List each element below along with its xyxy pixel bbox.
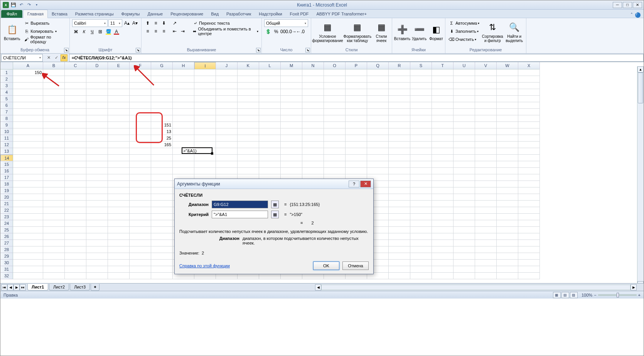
scroll-left-button[interactable]: ◀: [315, 284, 321, 290]
close-button[interactable]: ✕: [633, 2, 642, 8]
criteria-input[interactable]: ">"&A1: [212, 211, 268, 218]
row-header-6[interactable]: 6: [0, 102, 13, 109]
row-header-11[interactable]: 11: [0, 135, 13, 142]
delete-cells-button[interactable]: ➖Удалить: [411, 19, 427, 45]
fill-color-button[interactable]: 🪣: [105, 28, 112, 35]
range-ref-button[interactable]: ▦: [271, 201, 279, 208]
tab-review[interactable]: Рецензирование: [167, 10, 207, 18]
cell-G10[interactable]: 13: [151, 128, 173, 135]
help-link[interactable]: Справка по этой функции: [179, 263, 230, 268]
column-header-H[interactable]: H: [173, 62, 194, 69]
font-launcher[interactable]: ⬊: [136, 48, 140, 52]
row-header-27[interactable]: 27: [0, 240, 13, 246]
tab-developer[interactable]: Разработчик: [223, 10, 255, 18]
ribbon-minimize-icon[interactable]: ˄: [631, 12, 633, 18]
undo-icon[interactable]: ↶: [18, 2, 24, 8]
row-header-2[interactable]: 2: [0, 76, 13, 83]
row-header-30[interactable]: 30: [0, 260, 13, 266]
currency-button[interactable]: 💲: [264, 28, 272, 35]
row-header-22[interactable]: 22: [0, 207, 13, 214]
format-cells-button[interactable]: ◧Формат: [428, 19, 444, 45]
row-header-3[interactable]: 3: [0, 83, 13, 89]
sheet-tab-3[interactable]: Лист3: [70, 284, 90, 290]
scroll-thumb[interactable]: [638, 73, 643, 103]
name-box[interactable]: СЧЁТЕСЛИ▾: [1, 54, 43, 62]
row-header-26[interactable]: 26: [0, 233, 13, 240]
clear-button[interactable]: ⌫Очистить▾: [448, 35, 480, 43]
column-header-Q[interactable]: Q: [367, 62, 389, 69]
fill-handle[interactable]: [211, 152, 213, 155]
align-top-button[interactable]: ⬆: [144, 19, 152, 27]
align-left-button[interactable]: ≡: [144, 27, 152, 35]
column-header-S[interactable]: S: [410, 62, 432, 69]
row-header-20[interactable]: 20: [0, 194, 13, 201]
column-header-G[interactable]: G: [151, 62, 173, 69]
shrink-font-button[interactable]: A▾: [131, 19, 139, 27]
column-header-T[interactable]: T: [432, 62, 453, 69]
percent-button[interactable]: %: [272, 28, 280, 35]
column-header-M[interactable]: M: [281, 62, 302, 69]
view-normal-button[interactable]: ▦: [553, 292, 561, 298]
row-header-9[interactable]: 9: [0, 122, 13, 128]
cell-G12[interactable]: 165: [151, 142, 173, 148]
align-right-button[interactable]: ≡: [160, 27, 168, 35]
view-layout-button[interactable]: ▤: [561, 292, 569, 298]
sheet-nav-prev[interactable]: ◀: [7, 284, 13, 290]
cell-G9[interactable]: 151: [151, 122, 173, 128]
column-header-J[interactable]: J: [216, 62, 238, 69]
row-header-5[interactable]: 5: [0, 96, 13, 102]
align-bottom-button[interactable]: ⬇: [160, 19, 168, 27]
dialog-help-button[interactable]: ?: [349, 181, 359, 187]
column-header-N[interactable]: N: [302, 62, 324, 69]
decrease-decimal-button[interactable]: ←.0: [297, 28, 304, 35]
horizontal-scrollbar[interactable]: ◀ ▶: [315, 284, 637, 290]
format-table-button[interactable]: ▦Форматировать как таблицу: [343, 19, 372, 45]
row-header-32[interactable]: 32: [0, 273, 13, 279]
row-header-13[interactable]: 13: [0, 148, 13, 155]
orientation-button[interactable]: ↗: [171, 19, 179, 27]
dialog-close-button[interactable]: ✕: [360, 181, 371, 187]
find-select-button[interactable]: 🔍Найти и выделить: [505, 19, 524, 45]
row-header-16[interactable]: 16: [0, 168, 13, 174]
sheet-nav-next[interactable]: ▶: [13, 284, 20, 290]
tab-home[interactable]: Главная: [23, 10, 48, 18]
row-header-28[interactable]: 28: [0, 246, 13, 253]
sheet-tab-new[interactable]: ✦: [91, 284, 99, 291]
tab-data[interactable]: Данные: [143, 10, 167, 18]
column-header-A[interactable]: A: [13, 62, 43, 69]
column-header-P[interactable]: P: [346, 62, 367, 69]
paste-button[interactable]: 📋 Вставить: [3, 19, 21, 45]
number-launcher[interactable]: ⬊: [305, 48, 310, 52]
column-header-O[interactable]: O: [324, 62, 346, 69]
tab-insert[interactable]: Вставка: [48, 10, 71, 18]
select-all-corner[interactable]: [0, 62, 13, 69]
zoom-level[interactable]: 100%: [582, 293, 592, 297]
maximize-button[interactable]: □: [623, 2, 632, 8]
zoom-slider[interactable]: [598, 294, 637, 296]
vertical-scrollbar[interactable]: ▲ ▼: [637, 66, 644, 287]
format-painter-button[interactable]: 🖌Формат по образцу: [23, 35, 67, 43]
conditional-format-button[interactable]: ▦Условное форматирование: [314, 19, 342, 45]
cell-styles-button[interactable]: ▦Стили ячеек: [373, 19, 389, 45]
cell-G11[interactable]: 25: [151, 135, 173, 142]
column-header-V[interactable]: V: [475, 62, 497, 69]
row-header-12[interactable]: 12: [0, 142, 13, 148]
view-pagebreak-button[interactable]: ▧: [570, 292, 578, 298]
column-header-R[interactable]: R: [389, 62, 410, 69]
align-center-button[interactable]: ≡: [152, 27, 160, 35]
underline-button[interactable]: Ч: [88, 28, 96, 35]
column-header-F[interactable]: F: [130, 62, 151, 69]
sheet-tab-2[interactable]: Лист2: [49, 284, 69, 290]
column-header-D[interactable]: D: [86, 62, 108, 69]
bold-button[interactable]: Ж: [72, 28, 80, 35]
italic-button[interactable]: К: [80, 28, 88, 35]
minimize-button[interactable]: ─: [613, 2, 622, 8]
row-header-29[interactable]: 29: [0, 253, 13, 260]
merge-center-button[interactable]: ⬌Объединить и поместить в центре▾: [191, 27, 259, 35]
row-header-1[interactable]: 1: [0, 69, 13, 76]
zoom-in-button[interactable]: +: [638, 293, 641, 297]
row-header-15[interactable]: 15: [0, 161, 13, 168]
row-header-10[interactable]: 10: [0, 128, 13, 135]
tab-file[interactable]: Файл: [1, 10, 22, 18]
increase-decimal-button[interactable]: .0→: [288, 28, 296, 35]
